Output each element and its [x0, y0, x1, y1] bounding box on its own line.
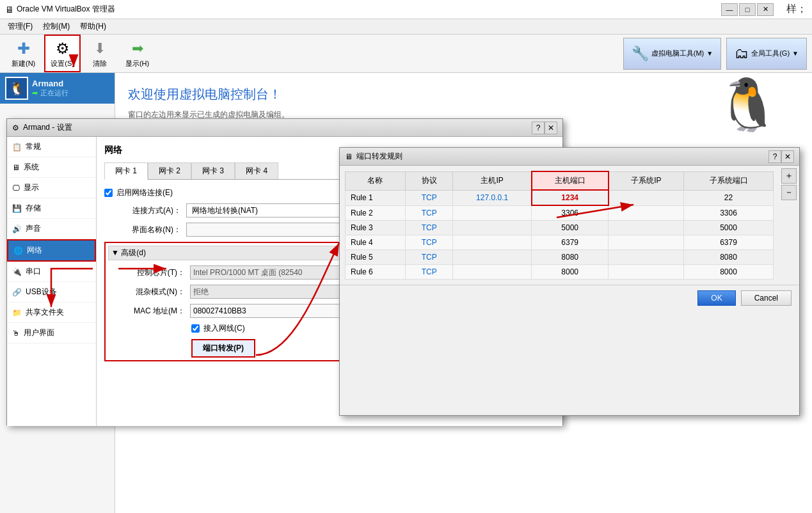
col-host-port: 主机端口 — [532, 171, 609, 190]
table-row[interactable]: Rule 2TCP33063306 — [346, 205, 774, 221]
menu-manage[interactable]: 管理(F) — [3, 20, 38, 33]
tab-nic3[interactable]: 网卡 3 — [191, 162, 235, 179]
advanced-label: ▼ 高级(d) — [111, 248, 146, 258]
table-row[interactable]: Rule 5TCP80808080 — [346, 250, 774, 265]
settings-button[interactable]: ⚙ 设置(S) — [44, 35, 81, 72]
usb-icon: 🔗 — [12, 288, 22, 297]
ui-label: 用户界面 — [24, 328, 54, 338]
close-button[interactable]: ✕ — [757, 3, 774, 16]
welcome-title: 欢迎使用虚拟电脑控制台！ — [128, 86, 671, 103]
global-tools-icon: 🗂 — [735, 45, 749, 62]
new-label: 新建(N) — [12, 59, 35, 68]
vm-entry-armand[interactable]: 🐧 Armand ➡ 正在运行 — [0, 73, 115, 104]
settings-nav-serial[interactable]: 🔌 串口 — [7, 262, 96, 282]
menu-control[interactable]: 控制(M) — [38, 20, 75, 33]
minimize-button[interactable]: — — [721, 3, 738, 16]
display-nav-label: 显示 — [24, 182, 39, 193]
settings-nav-network[interactable]: 🌐 网络 — [7, 239, 96, 262]
app-icon: 🖥 — [5, 4, 14, 15]
app-title: Oracle VM VirtualBox 管理器 — [17, 4, 721, 15]
cable-checkbox[interactable] — [191, 324, 200, 333]
table-row[interactable]: Rule 3TCP50005000 — [346, 221, 774, 235]
network-label: 网络 — [27, 245, 42, 256]
audio-icon: 🔊 — [12, 225, 22, 233]
remove-rule-button[interactable]: － — [781, 185, 797, 200]
settings-nav-usb[interactable]: 🔗 USB设备 — [7, 282, 96, 303]
rule-guest-ip-cell — [609, 250, 684, 265]
add-rule-button[interactable]: ＋ — [781, 168, 797, 184]
rule-guest-ip-cell — [609, 265, 684, 280]
rules-table: 名称 协议 主机IP 主机端口 子系统IP 子系统端口 Rule 1TCP127… — [345, 171, 774, 280]
portfwd-content: 名称 协议 主机IP 主机端口 子系统IP 子系统端口 Rule 1TCP127… — [340, 166, 799, 416]
table-row[interactable]: Rule 6TCP80008000 — [346, 265, 774, 280]
rule-host-port-cell: 8000 — [532, 265, 609, 280]
col-guest-port: 子系统端口 — [684, 171, 774, 190]
adapter-label: 控制芯片(T)： — [108, 267, 185, 278]
connection-label: 连接方式(A)： — [104, 205, 181, 216]
rule-guest-port-cell: 5000 — [684, 221, 774, 235]
vm-tools-button[interactable]: 🔧 虚拟电脑工具(M) ▼ — [623, 38, 721, 70]
rule-name-cell: Rule 3 — [346, 221, 406, 235]
display-nav-icon: 🖵 — [12, 184, 20, 193]
settings-nav-display[interactable]: 🖵 显示 — [7, 178, 96, 198]
global-tools-button[interactable]: 🗂 全局工具(G) ▼ — [726, 38, 807, 70]
vm-entry-name: Armand — [32, 79, 68, 88]
maximize-button[interactable]: □ — [739, 3, 756, 16]
rule-protocol-cell: TCP — [405, 205, 453, 221]
portfwd-cancel-button[interactable]: Cancel — [741, 290, 792, 306]
rule-guest-ip-cell — [609, 221, 684, 235]
system-icon: 🖥 — [12, 163, 20, 172]
vm-tools-icon: 🔧 — [632, 45, 649, 62]
display-button[interactable]: ➡ 显示(H) — [119, 35, 155, 72]
tab-nic4[interactable]: 网卡 4 — [235, 162, 278, 179]
settings-icon: ⚙ — [52, 38, 73, 59]
vm-tools-dropdown-icon: ▼ — [706, 50, 713, 57]
portfwd-titlebar: 🖥 端口转发规则 ? ✕ — [340, 148, 799, 166]
settings-nav-ui[interactable]: 🖱 用户界面 — [7, 323, 96, 343]
settings-help-button[interactable]: ? — [532, 122, 545, 134]
menu-help[interactable]: 帮助(H) — [75, 20, 111, 33]
portfwd-title: 🖥 端口转发规则 — [345, 151, 768, 162]
rule-name-cell: Rule 4 — [346, 235, 406, 250]
col-guest-ip: 子系统IP — [609, 171, 684, 190]
tab-nic1[interactable]: 网卡 1 — [104, 162, 148, 180]
table-row[interactable]: Rule 4TCP63796379 — [346, 235, 774, 250]
enable-network-checkbox[interactable] — [104, 189, 113, 197]
port-forward-button[interactable]: 端口转发(P) — [191, 339, 255, 358]
portfwd-ok-button[interactable]: OK — [697, 290, 735, 306]
rule-host-ip-cell — [453, 265, 532, 280]
general-icon: 📋 — [12, 143, 22, 152]
clear-button[interactable]: ⬇ 清除 — [83, 35, 116, 72]
vm-entry-status: ➡ 正在运行 — [32, 88, 68, 98]
portfwd-close-button[interactable]: ✕ — [781, 150, 794, 163]
rule-host-port-cell: 5000 — [532, 221, 609, 235]
rule-guest-port-cell: 6379 — [684, 235, 774, 250]
col-name: 名称 — [346, 171, 406, 190]
settings-dialog-titlebar: ⚙ Armand - 设置 ? ✕ — [7, 119, 562, 137]
serial-label: 串口 — [26, 266, 41, 277]
vm-entry-icon: 🐧 — [5, 77, 28, 100]
mac-label: MAC 地址(M： — [108, 306, 185, 317]
settings-close-button[interactable]: ✕ — [545, 122, 557, 134]
settings-nav-system[interactable]: 🖥 系统 — [7, 157, 96, 178]
rule-guest-port-cell: 22 — [684, 190, 774, 205]
table-row[interactable]: Rule 1TCP127.0.0.1123422 — [346, 190, 774, 205]
ui-icon: 🖱 — [12, 329, 20, 338]
enable-network-label: 启用网络连接(E) — [116, 187, 173, 198]
tab-nic2[interactable]: 网卡 2 — [148, 162, 191, 179]
global-tools-label: 全局工具(G) — [751, 49, 790, 58]
rule-name-cell: Rule 5 — [346, 250, 406, 265]
settings-nav-audio[interactable]: 🔊 声音 — [7, 219, 96, 239]
shared-label: 共享文件夹 — [26, 307, 64, 318]
storage-icon: 💾 — [12, 204, 22, 213]
settings-nav-storage[interactable]: 💾 存储 — [7, 198, 96, 219]
rule-host-ip-cell — [453, 250, 532, 265]
rule-host-ip-cell — [453, 235, 532, 250]
settings-label: 设置(S) — [51, 59, 74, 68]
rule-name-cell: Rule 1 — [346, 190, 406, 205]
portfwd-help-button[interactable]: ? — [768, 150, 781, 163]
new-button[interactable]: ✚ 新建(N) — [5, 35, 42, 72]
watermark-text: 样； — [786, 3, 807, 16]
settings-nav-shared[interactable]: 📁 共享文件夹 — [7, 303, 96, 323]
settings-nav-general[interactable]: 📋 常规 — [7, 137, 96, 157]
